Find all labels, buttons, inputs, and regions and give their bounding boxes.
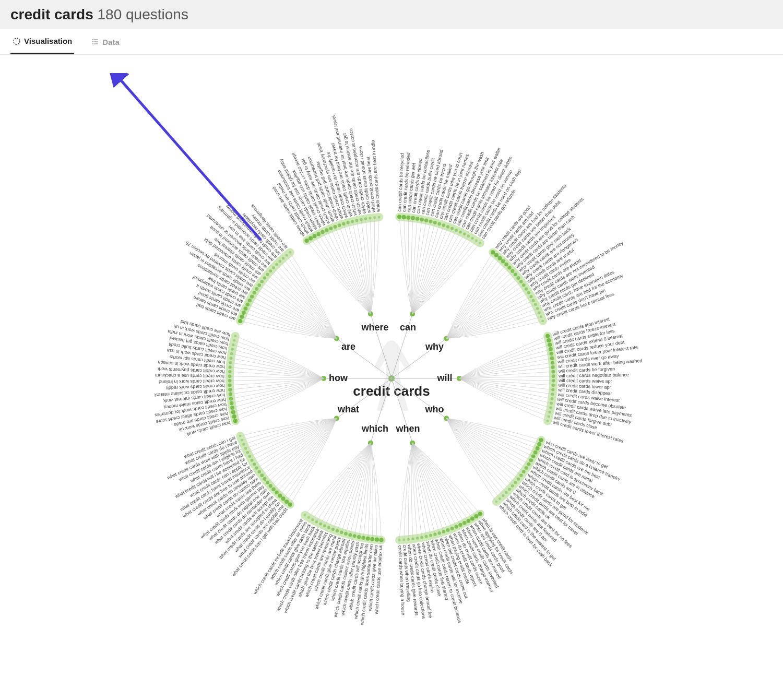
- leaf-node[interactable]: [327, 526, 330, 529]
- leaf-node[interactable]: [373, 216, 376, 219]
- leaf-node[interactable]: [458, 523, 462, 527]
- leaf-node[interactable]: [234, 335, 236, 337]
- tab-visualisation[interactable]: Visualisation: [10, 29, 74, 54]
- leaf-node[interactable]: [550, 402, 553, 405]
- leaf-node[interactable]: [253, 462, 256, 466]
- leaf-node[interactable]: [344, 532, 348, 536]
- leaf-node[interactable]: [529, 295, 532, 298]
- leaf-node[interactable]: [459, 231, 462, 234]
- leaf-node[interactable]: [266, 481, 269, 484]
- leaf-node[interactable]: [450, 227, 454, 230]
- leaf-node[interactable]: [507, 266, 511, 269]
- leaf-node[interactable]: [549, 411, 551, 413]
- leaf-node[interactable]: [336, 529, 339, 532]
- leaf-node[interactable]: [331, 528, 335, 531]
- leaf-node[interactable]: [361, 536, 365, 540]
- leaf-node[interactable]: [369, 217, 371, 219]
- leaf-node[interactable]: [497, 256, 502, 260]
- leaf-node[interactable]: [307, 516, 310, 519]
- leaf-node[interactable]: [532, 299, 535, 302]
- leaf-node[interactable]: [508, 488, 511, 491]
- leaf-node[interactable]: [529, 458, 533, 462]
- leaf-node[interactable]: [540, 315, 542, 318]
- leaf-node[interactable]: [240, 315, 244, 319]
- leaf-node[interactable]: [316, 232, 321, 236]
- leaf-node[interactable]: [527, 462, 530, 466]
- leaf-node[interactable]: [229, 397, 233, 400]
- leaf-node[interactable]: [248, 299, 252, 302]
- leaf-node[interactable]: [230, 406, 234, 410]
- leaf-node[interactable]: [402, 539, 405, 541]
- leaf-node[interactable]: [228, 388, 232, 391]
- leaf-node[interactable]: [429, 534, 432, 537]
- leaf-node[interactable]: [442, 223, 446, 227]
- leaf-node[interactable]: [551, 365, 555, 369]
- leaf-node[interactable]: [539, 438, 543, 442]
- leaf-node[interactable]: [278, 494, 282, 498]
- leaf-node[interactable]: [257, 470, 261, 473]
- leaf-node[interactable]: [494, 253, 499, 257]
- leaf-node[interactable]: [541, 320, 544, 323]
- leaf-node[interactable]: [402, 215, 406, 219]
- leaf-node[interactable]: [233, 339, 235, 342]
- leaf-node[interactable]: [329, 227, 333, 230]
- leaf-node[interactable]: [231, 410, 235, 414]
- leaf-node[interactable]: [309, 236, 313, 240]
- leaf-node[interactable]: [238, 319, 242, 323]
- leaf-node[interactable]: [248, 455, 251, 458]
- leaf-node[interactable]: [536, 307, 539, 310]
- leaf-node[interactable]: [475, 239, 478, 242]
- leaf-node[interactable]: [281, 496, 286, 501]
- leaf-node[interactable]: [242, 443, 245, 445]
- leaf-node[interactable]: [548, 343, 552, 347]
- leaf-node[interactable]: [552, 379, 555, 383]
- leaf-node[interactable]: [250, 294, 254, 298]
- leaf-node[interactable]: [351, 220, 354, 223]
- leaf-node[interactable]: [338, 223, 341, 227]
- leaf-node[interactable]: [229, 393, 232, 396]
- leaf-node[interactable]: [348, 533, 352, 537]
- leaf-node[interactable]: [255, 466, 258, 469]
- leaf-node[interactable]: [522, 283, 526, 287]
- leaf-node[interactable]: [548, 415, 550, 418]
- leaf-node[interactable]: [504, 263, 508, 267]
- leaf-node[interactable]: [470, 516, 474, 520]
- leaf-node[interactable]: [288, 502, 292, 506]
- leaf-node[interactable]: [239, 435, 242, 437]
- leaf-node[interactable]: [547, 420, 549, 422]
- leaf-node[interactable]: [527, 291, 530, 294]
- leaf-node[interactable]: [479, 242, 481, 244]
- leaf-node[interactable]: [279, 260, 281, 263]
- leaf-node[interactable]: [499, 497, 501, 500]
- leaf-node[interactable]: [228, 374, 232, 378]
- leaf-node[interactable]: [346, 221, 349, 224]
- leaf-node[interactable]: [313, 234, 317, 238]
- leaf-node[interactable]: [379, 538, 383, 542]
- leaf-node[interactable]: [534, 303, 537, 306]
- leaf-node[interactable]: [282, 257, 284, 259]
- leaf-node[interactable]: [325, 228, 328, 232]
- leaf-node[interactable]: [495, 501, 498, 503]
- leaf-node[interactable]: [511, 484, 514, 488]
- leaf-node[interactable]: [245, 302, 250, 306]
- leaf-node[interactable]: [272, 266, 275, 269]
- leaf-node[interactable]: [551, 397, 554, 400]
- leaf-node[interactable]: [519, 473, 523, 477]
- leaf-node[interactable]: [551, 361, 554, 364]
- leaf-node[interactable]: [360, 218, 363, 221]
- leaf-node[interactable]: [289, 251, 291, 254]
- leaf-node[interactable]: [525, 466, 528, 470]
- leaf-node[interactable]: [536, 446, 540, 450]
- leaf-node[interactable]: [233, 419, 238, 423]
- leaf-node[interactable]: [311, 518, 314, 521]
- leaf-node[interactable]: [416, 537, 419, 540]
- leaf-node[interactable]: [538, 311, 541, 314]
- leaf-node[interactable]: [425, 535, 428, 538]
- leaf-node[interactable]: [517, 477, 520, 480]
- leaf-node[interactable]: [230, 357, 233, 360]
- leaf-node[interactable]: [478, 512, 482, 516]
- leaf-node[interactable]: [505, 491, 507, 494]
- leaf-node[interactable]: [246, 451, 250, 454]
- leaf-node[interactable]: [545, 334, 550, 338]
- leaf-node[interactable]: [355, 219, 359, 222]
